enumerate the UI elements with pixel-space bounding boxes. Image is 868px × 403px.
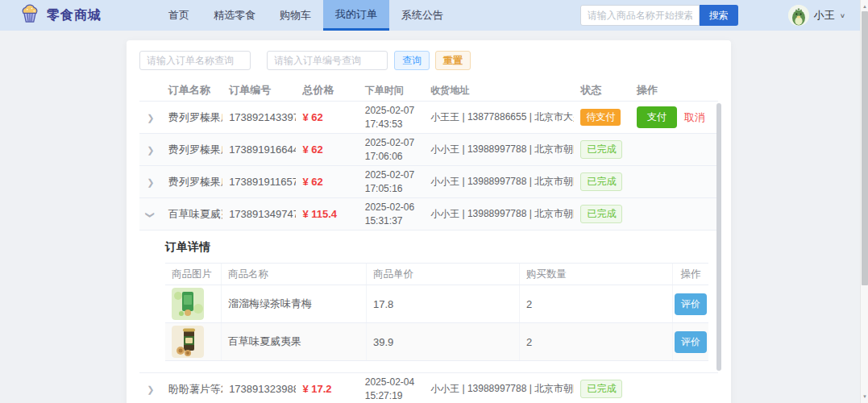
chevron-down-icon: ∨ xyxy=(840,12,845,19)
order-items-header: 商品图片 商品名称 商品单价 购买数量 操作 xyxy=(165,264,708,285)
order-address: 小小王 | 13988997788 | 北京市朝阳区东... xyxy=(424,382,574,396)
product-image-green-plum xyxy=(172,288,204,320)
order-number: 1738913239880 xyxy=(222,383,296,395)
col-unit-price: 商品单价 xyxy=(367,264,520,285)
order-time: 2025-02-0615:31:37 xyxy=(359,201,424,228)
order-name: 盼盼薯片等2... xyxy=(162,382,222,397)
col-order-time: 下单时间 xyxy=(359,84,424,98)
col-quantity: 购买数量 xyxy=(520,264,673,285)
order-address: 小小王 | 13988997788 | 北京市朝阳区东... xyxy=(424,207,574,221)
avatar xyxy=(788,5,809,26)
col-product-image: 商品图片 xyxy=(165,264,222,285)
reset-button[interactable]: 重置 xyxy=(435,51,471,70)
order-address: 小小王 | 13988997788 | 北京市朝阳区东... xyxy=(424,175,574,189)
product-name: 百草味夏威夷果 xyxy=(222,323,367,360)
user-menu[interactable]: 小王 ∨ xyxy=(788,5,845,26)
nav-item-announcements[interactable]: 系统公告 xyxy=(389,0,455,31)
expand-row-icon[interactable]: ❯ xyxy=(147,145,154,156)
order-time: 2025-02-0717:43:53 xyxy=(359,104,424,131)
search-button[interactable]: 搜索 xyxy=(700,5,738,26)
orders-table-header: 订单名称 订单编号 总价格 下单时间 收货地址 状态 操作 xyxy=(139,80,718,102)
cancel-link[interactable]: 取消 xyxy=(684,110,705,125)
nav-item-cart[interactable]: 购物车 xyxy=(268,0,323,31)
order-name: 费列罗榛果威... xyxy=(162,143,222,157)
order-number: 1738913497477 xyxy=(222,208,296,220)
table-row: ❯ 费列罗榛果威... 1738921433972 ¥ 62 2025-02-0… xyxy=(139,102,718,134)
top-navigation-bar: 零食商城 首页 精选零食 购物车 我的订单 系统公告 搜索 小王 ∨ xyxy=(0,0,860,31)
product-quantity: 2 xyxy=(520,285,673,322)
product-name: 溜溜梅绿茶味青梅 xyxy=(222,285,367,322)
table-scrollbar[interactable] xyxy=(716,103,721,371)
col-address: 收货地址 xyxy=(424,84,574,98)
col-total-price: 总价格 xyxy=(296,83,358,98)
table-row: ❯ 费列罗榛果威... 1738919166444 ¥ 62 2025-02-0… xyxy=(139,134,718,166)
status-badge: 待支付 xyxy=(580,109,621,126)
order-time: 2025-02-0415:27:19 xyxy=(359,376,424,403)
order-price: ¥ 62 xyxy=(296,143,358,156)
collapse-row-icon[interactable]: ❯ xyxy=(145,211,156,218)
col-actions: 操作 xyxy=(630,83,718,98)
order-item-row: 溜溜梅绿茶味青梅 17.8 2 评价 xyxy=(165,285,708,323)
col-status: 状态 xyxy=(574,83,629,98)
expand-row-icon[interactable]: ❯ xyxy=(147,384,154,395)
username: 小王 xyxy=(814,8,835,23)
order-number: 1738919166444 xyxy=(222,143,296,156)
product-quantity: 2 xyxy=(520,323,673,360)
order-detail-title: 订单详情 xyxy=(165,240,718,255)
order-number: 1738919116577 xyxy=(222,176,296,188)
review-button[interactable]: 评价 xyxy=(675,331,707,353)
product-search-input[interactable] xyxy=(580,5,700,26)
main-nav: 首页 精选零食 购物车 我的订单 系统公告 xyxy=(156,0,455,31)
order-address: 小王王 | 13877886655 | 北京市大兴区枫... xyxy=(424,110,574,124)
page-scrollbar[interactable]: ▲ ▼ xyxy=(860,0,868,403)
query-button[interactable]: 查询 xyxy=(394,51,430,70)
brand[interactable]: 零食商城 xyxy=(0,3,156,27)
status-badge: 已完成 xyxy=(580,205,622,223)
scroll-up-icon[interactable]: ▲ xyxy=(861,2,868,11)
status-badge: 已完成 xyxy=(580,140,622,159)
product-unit-price: 17.8 xyxy=(367,285,520,322)
order-items-table: 商品图片 商品名称 商品单价 购买数量 操作 xyxy=(165,263,708,361)
order-price: ¥ 62 xyxy=(296,176,358,188)
nav-item-featured-snacks[interactable]: 精选零食 xyxy=(201,0,268,31)
col-order-name: 订单名称 xyxy=(162,83,222,98)
order-price: ¥ 62 xyxy=(296,111,358,123)
order-address: 小小王 | 13988997788 | 北京市朝阳区东... xyxy=(424,143,574,156)
order-time: 2025-02-0717:05:16 xyxy=(359,168,424,196)
order-price: ¥ 115.4 xyxy=(296,208,358,220)
brand-title: 零食商城 xyxy=(47,7,102,24)
order-price: ¥ 17.2 xyxy=(296,383,358,395)
table-row: ❯ 盼盼薯片等2... 1738913239880 ¥ 17.2 2025-02… xyxy=(139,373,718,403)
cupcake-logo-icon xyxy=(19,3,40,27)
order-name: 费列罗榛果威... xyxy=(162,110,222,125)
col-order-number: 订单编号 xyxy=(222,83,296,98)
product-unit-price: 39.9 xyxy=(367,323,520,360)
order-name: 费列罗榛果威... xyxy=(162,175,222,189)
order-name-filter-input[interactable] xyxy=(139,51,251,70)
status-badge: 已完成 xyxy=(580,172,622,191)
order-number: 1738921433972 xyxy=(222,111,296,123)
order-time: 2025-02-0717:06:06 xyxy=(359,136,424,164)
expand-row-icon[interactable]: ❯ xyxy=(147,177,154,188)
order-number-filter-input[interactable] xyxy=(267,51,388,70)
col-item-actions: 操作 xyxy=(673,264,708,285)
order-item-row: 百草味夏威夷果 39.9 2 评价 xyxy=(165,323,708,361)
expand-row-icon[interactable]: ❯ xyxy=(147,113,154,123)
nav-item-my-orders[interactable]: 我的订单 xyxy=(323,0,389,31)
orders-panel: 查询 重置 订单名称 订单编号 总价格 下单时间 收货地址 状态 操作 ❯ 费列… xyxy=(127,40,731,403)
status-badge: 已完成 xyxy=(580,380,622,398)
product-image-nut-jar xyxy=(172,326,204,358)
scroll-down-icon[interactable]: ▼ xyxy=(861,392,868,401)
page-scrollbar-thumb[interactable] xyxy=(862,11,868,285)
order-name: 百草味夏威夷... xyxy=(162,207,222,222)
table-row: ❯ 百草味夏威夷... 1738913497477 ¥ 115.4 2025-0… xyxy=(139,198,718,231)
table-row: ❯ 费列罗榛果威... 1738919116577 ¥ 62 2025-02-0… xyxy=(139,166,718,198)
order-filters: 查询 重置 xyxy=(139,51,718,70)
col-product-name: 商品名称 xyxy=(222,264,367,285)
nav-item-home[interactable]: 首页 xyxy=(156,0,201,31)
review-button[interactable]: 评价 xyxy=(675,293,707,315)
pay-button[interactable]: 支付 xyxy=(637,106,677,128)
order-detail-panel: 订单详情 商品图片 商品名称 商品单价 购买数量 操作 xyxy=(139,231,718,373)
